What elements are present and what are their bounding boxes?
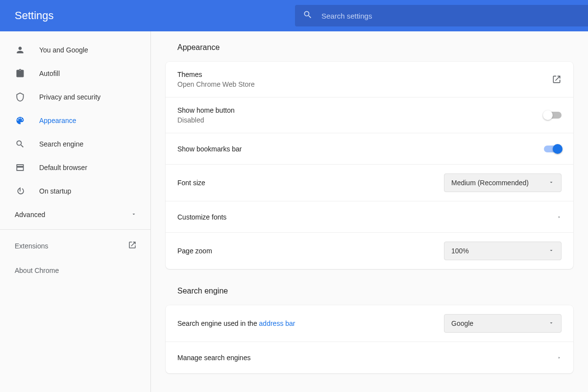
home-button-toggle[interactable] [544,112,562,119]
search-input[interactable] [321,12,588,20]
shield-icon [15,92,25,102]
row-bookmarks-bar: Show bookmarks bar [166,133,573,165]
sidebar-advanced-toggle[interactable]: Advanced [0,203,150,226]
person-icon [15,45,25,55]
address-bar-link[interactable]: address bar [259,319,295,327]
sidebar-divider [0,229,150,230]
search-icon [15,139,25,149]
select-value: Medium (Recommended) [451,179,529,187]
sidebar-item-you-and-google[interactable]: You and Google [0,38,150,62]
palette-icon [15,116,25,125]
appearance-card: Themes Open Chrome Web Store Show home b… [166,62,573,269]
bookmarks-bar-toggle[interactable] [544,146,562,152]
row-title: Show bookmarks bar [177,145,242,153]
row-title: Font size [177,179,205,187]
chevron-down-icon [131,211,137,219]
row-subtitle: Disabled [177,116,235,124]
chevron-down-icon [548,179,554,187]
row-manage-search-engines[interactable]: Manage search engines [166,342,573,373]
search-engine-card: Search engine used in the address bar Go… [166,305,573,373]
sidebar-item-label: Appearance [39,117,76,124]
search-field-wrap[interactable] [295,5,588,26]
chevron-right-icon [557,355,562,360]
sidebar: You and Google Autofill Privacy and secu… [0,31,151,392]
sidebar-item-autofill[interactable]: Autofill [0,62,150,85]
row-title: Show home button [177,106,235,114]
sidebar-item-label: Autofill [39,70,60,77]
power-icon [15,186,25,196]
open-external-icon [552,74,562,84]
search-engine-select[interactable]: Google [444,314,562,333]
sidebar-item-on-startup[interactable]: On startup [0,179,150,203]
row-font-size: Font size Medium (Recommended) [166,165,573,201]
sidebar-item-appearance[interactable]: Appearance [0,109,150,132]
sidebar-extensions-label: Extensions [15,242,48,250]
section-heading-appearance: Appearance [166,43,573,52]
sidebar-about[interactable]: About Chrome [0,259,150,282]
main-content: Appearance Themes Open Chrome Web Store … [151,31,588,392]
row-themes[interactable]: Themes Open Chrome Web Store [166,62,573,98]
row-title: Page zoom [177,247,212,255]
clipboard-icon [15,69,25,78]
sidebar-extensions[interactable]: Extensions [0,233,150,259]
app-header: Settings [0,0,588,31]
row-subtitle: Open Chrome Web Store [177,80,255,88]
sidebar-item-privacy[interactable]: Privacy and security [0,85,150,109]
row-title: Search engine used in the address bar [177,319,295,327]
select-value: 100% [451,247,469,255]
sidebar-about-label: About Chrome [15,267,59,274]
row-search-engine-used: Search engine used in the address bar Go… [166,305,573,342]
row-title: Themes [177,71,255,78]
row-title-prefix: Search engine used in the [177,319,259,327]
chevron-right-icon [557,215,562,220]
row-page-zoom: Page zoom 100% [166,233,573,269]
open-external-icon [128,241,137,251]
app-title: Settings [15,9,168,22]
sidebar-advanced-label: Advanced [15,211,45,219]
sidebar-item-label: On startup [39,187,71,195]
sidebar-item-label: Default browser [39,164,87,172]
font-size-select[interactable]: Medium (Recommended) [444,173,562,192]
row-title: Customize fonts [177,213,226,221]
sidebar-item-label: Privacy and security [39,93,100,101]
chevron-down-icon [548,247,554,255]
section-heading-search-engine: Search engine [166,287,573,295]
search-icon [303,10,313,22]
row-customize-fonts[interactable]: Customize fonts [166,201,573,233]
select-value: Google [451,319,473,327]
sidebar-item-default-browser[interactable]: Default browser [0,156,150,179]
sidebar-item-label: Search engine [39,140,83,148]
sidebar-item-search-engine[interactable]: Search engine [0,132,150,156]
page-zoom-select[interactable]: 100% [444,242,562,260]
sidebar-item-label: You and Google [39,46,88,54]
row-title: Manage search engines [177,354,250,362]
row-home-button: Show home button Disabled [166,98,573,133]
chevron-down-icon [548,319,554,327]
window-icon [15,163,25,172]
